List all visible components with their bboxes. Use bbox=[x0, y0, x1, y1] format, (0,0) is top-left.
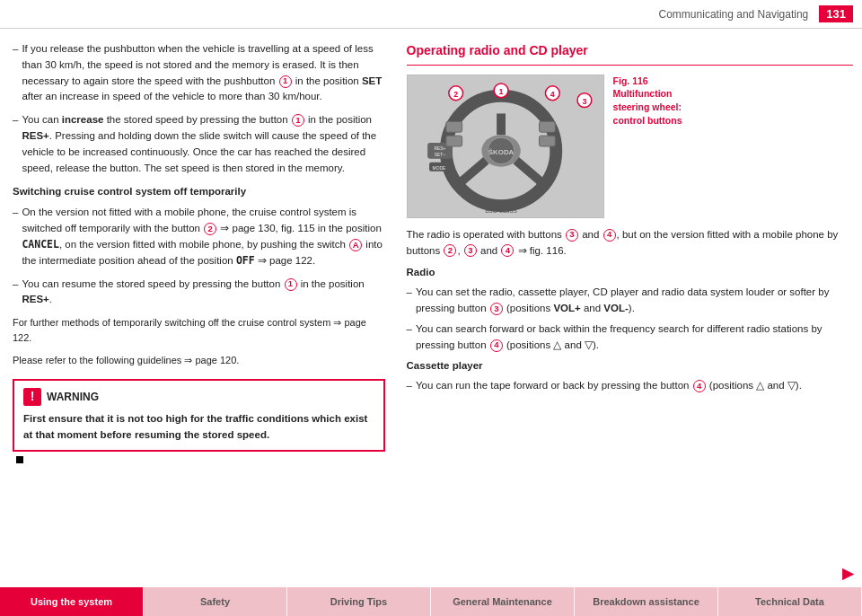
volup-label: VOL+ bbox=[553, 303, 580, 313]
circle-2: 2 bbox=[204, 223, 216, 235]
steering-wheel-svg: ŠKODA RES+ SET– MODE bbox=[408, 75, 603, 217]
circle-3b: 3 bbox=[464, 244, 477, 257]
radio-bullet-text-1: You can set the radio, cassette player, … bbox=[416, 285, 853, 317]
dash-r2: – bbox=[407, 321, 412, 354]
circle-3a: 3 bbox=[566, 229, 578, 242]
continue-arrow: ▶ bbox=[842, 565, 853, 582]
warning-icon: ! bbox=[23, 388, 41, 406]
cassette-heading: Cassette player bbox=[407, 358, 853, 374]
svg-text:ŠKODA: ŠKODA bbox=[488, 148, 514, 156]
dash-1: – bbox=[13, 41, 18, 105]
svg-text:1: 1 bbox=[498, 86, 503, 95]
warning-header: ! WARNING bbox=[23, 388, 374, 406]
voldown-label: VOL- bbox=[603, 303, 628, 313]
page-header: Communicating and Navigating 131 bbox=[0, 0, 862, 29]
circle-1a: 1 bbox=[279, 75, 292, 88]
footer-tab-breakdown-assistance[interactable]: Breakdown assistance bbox=[575, 587, 718, 616]
svg-rect-15 bbox=[539, 121, 555, 132]
svg-rect-14 bbox=[445, 136, 462, 146]
set-label: SET bbox=[362, 75, 382, 86]
fig-caption-sub: Multifunction steering wheel: control bu… bbox=[613, 88, 682, 125]
page-number: 131 bbox=[819, 5, 853, 22]
cassette-bullet-1: – You can run the tape forward or back b… bbox=[407, 378, 853, 394]
circle-4a: 4 bbox=[603, 229, 616, 242]
footer-note-2: Please refer to the following guidelines… bbox=[13, 353, 385, 368]
footer-tab-driving-tips[interactable]: Driving Tips bbox=[287, 587, 431, 616]
footer-tab-safety[interactable]: Safety bbox=[144, 587, 287, 616]
dash-c1: – bbox=[407, 378, 412, 394]
steering-wheel-image: ŠKODA RES+ SET– MODE bbox=[407, 75, 604, 218]
header-title: Communicating and Navigating bbox=[659, 8, 809, 21]
footer-note-1: For further methods of temporarily switc… bbox=[13, 315, 385, 346]
svg-text:2: 2 bbox=[453, 89, 458, 98]
radio-bullet-text-2: You can search forward or back within th… bbox=[416, 321, 853, 354]
section-bullet-1: – On the version not fitted with a mobil… bbox=[13, 205, 385, 268]
circle-a: A bbox=[349, 239, 362, 251]
dash-4: – bbox=[13, 277, 18, 309]
intro-paragraph: The radio is operated with buttons 3 and… bbox=[407, 227, 853, 260]
bullet-item-2: – You can increase the stored speed by p… bbox=[13, 112, 385, 176]
circle-4c: 4 bbox=[490, 339, 503, 352]
bullet-item-1: – If you release the pushbutton when the… bbox=[13, 41, 385, 105]
svg-text:4: 4 bbox=[550, 89, 554, 98]
svg-text:B3U-0183S: B3U-0183S bbox=[485, 207, 517, 214]
section-bullet-text-1: On the version not fitted with a mobile … bbox=[22, 205, 384, 268]
footer-tabs: Using the systemSafetyDriving TipsGenera… bbox=[0, 587, 862, 616]
increase-label: increase bbox=[62, 114, 104, 125]
footer-tab-using-the-system[interactable]: Using the system bbox=[0, 587, 144, 616]
dash-r1: – bbox=[407, 285, 412, 317]
circle-3c: 3 bbox=[490, 303, 503, 315]
svg-text:MODE: MODE bbox=[432, 165, 445, 170]
left-column: – If you release the pushbutton when the… bbox=[13, 41, 400, 585]
footer-tab-general-maintenance[interactable]: General Maintenance bbox=[431, 587, 575, 616]
warning-label: WARNING bbox=[47, 389, 99, 406]
svg-text:SET–: SET– bbox=[434, 153, 445, 157]
dash-2: – bbox=[13, 112, 18, 176]
main-content: – If you release the pushbutton when the… bbox=[0, 29, 862, 585]
off-label: OFF bbox=[236, 254, 255, 267]
footer-tab-technical-data[interactable]: Technical Data bbox=[718, 587, 862, 616]
warning-strong-text: First ensure that it is not too high for… bbox=[23, 413, 367, 439]
cassette-bullet-text-1: You can run the tape forward or back by … bbox=[416, 378, 802, 394]
circle-1c: 1 bbox=[285, 278, 297, 291]
right-column: Operating radio and CD player ŠKODA bbox=[400, 41, 853, 585]
section-bullet-text-2: You can resume the stored speed by press… bbox=[22, 277, 384, 309]
section-bullet-2: – You can resume the stored speed by pre… bbox=[13, 277, 385, 309]
steering-wheel-area: ŠKODA RES+ SET– MODE bbox=[407, 75, 853, 218]
dash-3: – bbox=[13, 205, 18, 268]
bullet-text-2: You can increase the stored speed by pre… bbox=[22, 112, 384, 176]
section-heading: Switching cruise control system off temp… bbox=[13, 184, 385, 200]
radio-bullet-1: – You can set the radio, cassette player… bbox=[407, 285, 853, 317]
right-text: The radio is operated with buttons 3 and… bbox=[407, 227, 853, 394]
warning-text: First ensure that it is not too high for… bbox=[23, 411, 374, 443]
radio-heading: Radio bbox=[407, 265, 853, 281]
svg-rect-16 bbox=[539, 136, 555, 146]
warning-box: ! WARNING First ensure that it is not to… bbox=[13, 379, 385, 452]
svg-rect-13 bbox=[445, 121, 462, 132]
svg-text:RES+: RES+ bbox=[434, 146, 445, 151]
fig-caption: Fig. 116 Multifunction steering wheel: c… bbox=[613, 75, 703, 128]
circle-4d: 4 bbox=[693, 380, 706, 392]
circle-1b: 1 bbox=[292, 114, 304, 127]
resp2-label: RES+ bbox=[22, 294, 48, 304]
circle-2b: 2 bbox=[444, 244, 456, 257]
svg-text:3: 3 bbox=[582, 96, 586, 105]
fig-caption-title: Fig. 116 bbox=[613, 75, 648, 86]
cancel-label: CANCEL bbox=[22, 238, 59, 251]
resp-label: RES+ bbox=[22, 130, 48, 141]
bullet-text-1: If you release the pushbutton when the v… bbox=[22, 41, 384, 105]
circle-4b: 4 bbox=[501, 244, 514, 257]
radio-bullet-2: – You can search forward or back within … bbox=[407, 321, 853, 354]
right-col-title: Operating radio and CD player bbox=[407, 41, 853, 66]
end-marker bbox=[16, 456, 23, 463]
